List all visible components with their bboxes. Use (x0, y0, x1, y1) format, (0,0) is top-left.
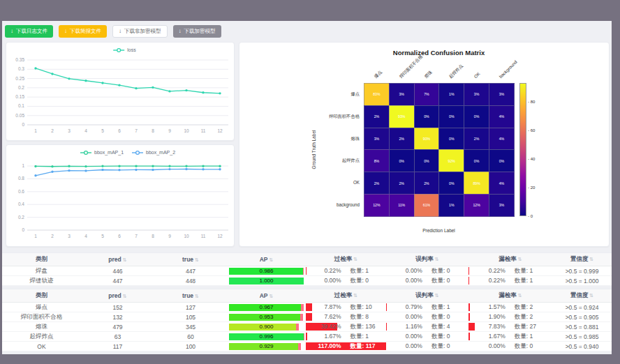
dashboard-page: ↓ 下载日志文件 ↓ 下载简报文件 ↓ 下载非加密模型 ↓ 下载加密模型 00.… (2, 21, 612, 354)
table-row: OK1171000.929117.00%数量: 1170.00%数量: 00.0… (2, 342, 612, 351)
sort-icon[interactable]: ⇅ (435, 293, 439, 298)
sort-icon[interactable]: ⇅ (518, 257, 522, 261)
matrix-cell: 3% (464, 83, 489, 106)
matrix-cell: 93% (389, 105, 415, 128)
column-header-AP[interactable]: AP⇅ (227, 256, 306, 263)
matrix-col-label: 爆点 (373, 69, 383, 79)
sort-icon[interactable]: ⇅ (195, 257, 199, 262)
download-report-button[interactable]: ↓ 下载简报文件 (59, 25, 107, 38)
svg-text:10: 10 (184, 128, 189, 133)
matrix-cell: 0% (438, 128, 464, 151)
matrix-cell: 2% (364, 105, 390, 128)
sort-icon[interactable]: ⇅ (123, 294, 127, 298)
matrix-row-label: 起焊炸点 (239, 158, 360, 164)
rate-percent: 0.22% (468, 266, 505, 275)
column-header-置信度[interactable]: 置信度⇅ (552, 291, 612, 300)
svg-text:9: 9 (168, 128, 171, 133)
sort-icon[interactable]: ⇅ (435, 257, 439, 261)
svg-text:4: 4 (84, 234, 87, 238)
rate-quantity: 数量: 0 (341, 276, 369, 285)
cell-overdetect-rate: 117.00%数量: 117 (306, 342, 386, 351)
column-header-误判率[interactable]: 误判率⇅ (386, 255, 468, 264)
table-row: 焊印面积不合格1321050.9537.62%数量: 80.00%数量: 01.… (2, 312, 612, 322)
bbox-map-line-chart: 00.20.40.60.81123456789101112bbox_mAP_1b… (6, 145, 232, 245)
column-header-过检率[interactable]: 过检率⇅ (306, 291, 386, 300)
ground-truth-axis-label: Ground Truth Label (309, 83, 318, 216)
matrix-row-label: OK (239, 180, 360, 185)
rate-quantity: 数量: 0 (422, 266, 450, 275)
cell-true-count: 105 (154, 314, 227, 321)
cell-true-count: 127 (154, 304, 227, 311)
download-icon: ↓ (119, 29, 121, 34)
cell-ap: 0.986 (227, 268, 306, 275)
cell-class-name: 焊盘 (2, 267, 81, 275)
cell-overdetect-rate: 0.22%数量: 1 (306, 266, 386, 275)
svg-text:0.25: 0.25 (15, 76, 24, 81)
matrix-col-label: background (498, 59, 518, 79)
download-encrypted-model-button[interactable]: ↓ 下载加密模型 (173, 25, 221, 38)
cell-pred-count: 152 (81, 304, 154, 311)
column-header-漏检率[interactable]: 漏检率⇅ (468, 291, 552, 300)
matrix-row-label: background (239, 202, 360, 207)
rate-quantity: 数量: 0 (422, 276, 450, 285)
matrix-row-label: 熔珠 (239, 136, 360, 142)
svg-text:0.35: 0.35 (15, 57, 24, 62)
download-encrypted-model-label: 下载加密模型 (184, 28, 216, 35)
sort-icon[interactable]: ⇅ (195, 294, 199, 298)
sort-icon[interactable]: ⇅ (589, 293, 593, 298)
sort-icon[interactable]: ⇅ (589, 257, 593, 261)
column-header-pred[interactable]: pred⇅ (81, 292, 154, 299)
download-plain-model-button[interactable]: ↓ 下载非加密模型 (112, 25, 168, 38)
ap-value: 0.967 (229, 304, 304, 311)
column-header-AP[interactable]: AP⇅ (227, 292, 306, 299)
column-header-过检率[interactable]: 过检率⇅ (306, 255, 386, 264)
column-header-pred[interactable]: pred⇅ (81, 256, 154, 263)
cell-confidence: >0.5 = 1.000 (552, 278, 612, 285)
column-header-true[interactable]: true⇅ (154, 292, 227, 299)
cell-overdetect-rate: 0.00%数量: 0 (306, 276, 386, 285)
cell-misjudge-rate: 0.79%数量: 1 (386, 303, 468, 312)
cell-confidence: >0.5 = 0.985 (552, 333, 612, 340)
svg-text:6: 6 (118, 128, 121, 133)
matrix-cell: 0% (464, 149, 489, 172)
sort-icon[interactable]: ⇅ (269, 257, 273, 262)
rate-percent: 0.22% (306, 266, 341, 275)
table-row: 爆点1521270.9677.87%数量: 100.79%数量: 11.57%数… (2, 303, 612, 312)
column-header-误判率[interactable]: 误判率⇅ (386, 291, 468, 300)
sort-icon[interactable]: ⇅ (518, 293, 522, 298)
column-header-漏检率[interactable]: 漏检率⇅ (468, 255, 552, 264)
svg-text:loss: loss (127, 47, 136, 52)
column-header-true[interactable]: true⇅ (154, 256, 227, 263)
colorbar-tick: - 0 (528, 214, 533, 218)
svg-text:0: 0 (22, 122, 24, 127)
rate-percent: 0.22% (468, 276, 505, 285)
cell-true-count: 100 (154, 343, 227, 350)
sort-icon[interactable]: ⇅ (269, 294, 273, 298)
matrix-cell: 8% (364, 149, 390, 172)
cell-miss-rate: 0.00%数量: 0 (468, 342, 552, 351)
matrix-col-label: 起焊炸点 (448, 63, 464, 79)
confusion-matrix-card: Normalized Confusion Matrix Ground Truth… (239, 42, 610, 247)
map-chart-card: 00.20.40.60.81123456789101112bbox_mAP_1b… (6, 144, 235, 247)
cell-confidence: >0.5 = 0.881 (552, 324, 612, 331)
download-report-label: 下载简报文件 (70, 28, 101, 35)
svg-text:10: 10 (184, 234, 189, 238)
svg-text:bbox_mAP_1: bbox_mAP_1 (94, 150, 124, 156)
matrix-cell: 2% (414, 172, 440, 195)
column-header-置信度[interactable]: 置信度⇅ (552, 255, 612, 264)
svg-text:3: 3 (68, 234, 71, 238)
matrix-cell: 2% (389, 172, 415, 195)
sort-icon[interactable]: ⇅ (123, 257, 127, 262)
rate-percent: 1.90% (468, 312, 505, 321)
cell-class-name: 焊缝轨迹 (2, 277, 81, 285)
sort-icon[interactable]: ⇅ (353, 293, 357, 298)
matrix-row-label: 爆点 (239, 91, 360, 98)
rate-quantity: 数量: 1 (422, 303, 450, 312)
cell-ap: 0.900 (227, 324, 306, 331)
sort-icon[interactable]: ⇅ (353, 257, 357, 261)
prediction-axis-label: Prediction Label (357, 228, 521, 233)
download-log-button[interactable]: ↓ 下载日志文件 (5, 25, 53, 38)
table-row: 熔珠4793450.90039.42%数量: 1361.16%数量: 47.83… (2, 322, 612, 332)
colorbar-tick: - 80 (528, 100, 535, 104)
matrix-cell: 2% (464, 128, 489, 151)
